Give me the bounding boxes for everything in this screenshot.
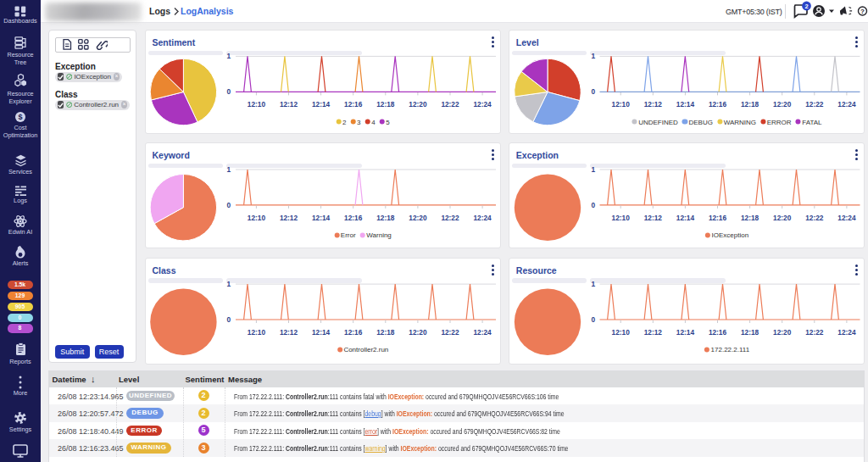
svg-text:2: 2: [804, 3, 808, 10]
svg-text:$: $: [18, 113, 22, 121]
svg-text:?: ?: [860, 8, 865, 15]
